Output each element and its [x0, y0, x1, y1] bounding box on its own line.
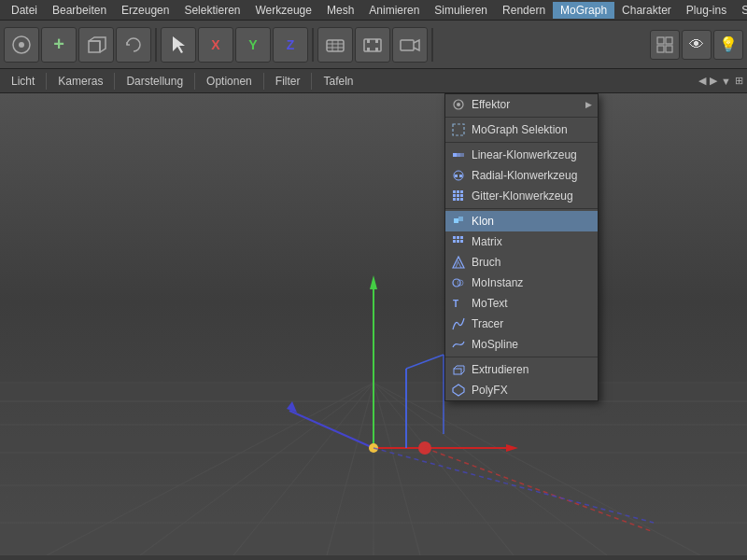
viewport[interactable]: Perspektive	[0, 93, 747, 555]
linear-klon-icon	[451, 147, 466, 162]
svg-rect-86	[457, 236, 459, 239]
dropdown-linear-klon[interactable]: Linear-Klonwerkzeug	[445, 145, 598, 165]
dropdown-mograph-selektion[interactable]: MoGraph Selektion	[445, 119, 598, 140]
dropdown-bruch[interactable]: Bruch	[445, 252, 598, 273]
move-tool-btn[interactable]	[4, 27, 39, 63]
eyes-btn[interactable]: 👁	[682, 30, 712, 60]
y-axis-btn[interactable]: Y	[235, 27, 271, 63]
dropdown-matrix[interactable]: Matrix	[445, 231, 598, 252]
klon-icon	[451, 214, 466, 229]
nav-down-icon[interactable]: ▼	[721, 76, 731, 87]
svg-rect-10	[364, 39, 381, 51]
menubar-charakter[interactable]: Charakter	[614, 2, 679, 19]
svg-rect-78	[457, 194, 459, 197]
film-btn[interactable]	[355, 27, 390, 63]
svg-rect-18	[657, 46, 664, 52]
toolbar2-right-controls: ◀ ▶ ▼ ⊞	[698, 75, 743, 87]
menubar-plugins[interactable]: Plug-ins	[679, 2, 734, 19]
mospline-icon	[451, 337, 466, 352]
menubar-skript[interactable]: Skript	[734, 2, 747, 19]
dropdown-sep-2	[445, 142, 598, 143]
rotate-btn[interactable]	[116, 27, 151, 63]
dropdown-motext[interactable]: T MoText	[445, 293, 598, 314]
svg-rect-73	[459, 175, 462, 177]
menubar-rendern[interactable]: Rendern	[495, 2, 553, 19]
light-btn[interactable]: 💡	[713, 30, 743, 60]
dropdown-sep-1	[445, 117, 598, 118]
menubar-selektieren[interactable]: Selektieren	[176, 2, 247, 19]
menubar-mesh[interactable]: Mesh	[319, 2, 361, 19]
menubar-erzeugen[interactable]: Erzeugen	[114, 2, 176, 19]
main-toolbar: + X Y Z 👁 💡	[0, 21, 747, 69]
svg-rect-68	[453, 153, 457, 157]
dropdown-mospline[interactable]: MoSpline	[445, 334, 598, 355]
dropdown-moinstanz[interactable]: MoInstanz	[445, 273, 598, 293]
menubar-bearbeiten[interactable]: Bearbeiten	[45, 2, 114, 19]
toolbar2-optionen[interactable]: Optionen	[199, 73, 260, 90]
menubar-datei[interactable]: Datei	[4, 2, 45, 19]
svg-point-1	[19, 42, 24, 48]
box-btn[interactable]	[317, 27, 353, 63]
scene-svg	[0, 93, 747, 555]
svg-point-66	[457, 103, 460, 106]
dropdown-tracer[interactable]: Tracer	[445, 314, 598, 334]
matrix-icon	[451, 234, 466, 249]
toolbar2-licht[interactable]: Licht	[4, 73, 42, 90]
select-btn[interactable]	[161, 27, 196, 63]
secondary-toolbar: Licht Kameras Darstellung Optionen Filte…	[0, 69, 747, 93]
cube-btn[interactable]	[78, 27, 114, 63]
grid-btn[interactable]	[650, 30, 680, 60]
toolbar2-filter[interactable]: Filter	[268, 73, 308, 90]
svg-rect-2	[89, 41, 100, 52]
svg-rect-77	[453, 194, 456, 197]
svg-rect-16	[657, 37, 664, 44]
svg-text:T: T	[453, 299, 458, 309]
svg-rect-83	[454, 218, 458, 223]
bruch-icon	[451, 255, 466, 270]
dropdown-radial-klon[interactable]: Radial-Klonwerkzeug	[445, 165, 598, 186]
menubar-simulieren[interactable]: Simulieren	[427, 2, 495, 19]
gitter-klon-icon	[451, 189, 466, 203]
menubar: Datei Bearbeiten Erzeugen Selektieren We…	[0, 0, 747, 21]
tracer-icon	[451, 316, 466, 331]
dropdown-polyfx[interactable]: PolyFX	[445, 380, 598, 400]
svg-rect-88	[453, 240, 456, 243]
toolbar2-sep-3	[263, 73, 264, 90]
svg-rect-84	[458, 217, 463, 221]
toolbar-sep-2	[312, 28, 314, 62]
svg-rect-90	[460, 240, 463, 243]
dropdown-sep-3	[445, 208, 598, 209]
nav-arrow-right-icon[interactable]: ▶	[710, 75, 717, 87]
x-axis-btn[interactable]: X	[198, 27, 233, 63]
menubar-animieren[interactable]: Animieren	[361, 2, 427, 19]
toolbar2-darstellung[interactable]: Darstellung	[119, 73, 190, 90]
svg-rect-80	[453, 198, 456, 201]
mograph-selektion-icon	[451, 122, 466, 137]
effektor-icon	[451, 97, 466, 112]
svg-rect-76	[460, 190, 463, 193]
dropdown-effektor[interactable]: Effektor	[445, 94, 598, 115]
camera-film-btn[interactable]	[392, 27, 428, 63]
add-btn[interactable]: +	[41, 27, 77, 63]
toolbar2-kameras[interactable]: Kameras	[50, 73, 110, 90]
svg-rect-11	[367, 39, 370, 43]
svg-rect-69	[457, 153, 460, 157]
nav-expand-icon[interactable]: ⊞	[735, 75, 743, 87]
dropdown-gitter-klon[interactable]: Gitter-Klonwerkzeug	[445, 186, 598, 206]
dropdown-extrudieren[interactable]: Extrudieren	[445, 359, 598, 380]
svg-rect-87	[460, 236, 463, 239]
toolbar2-tafeln[interactable]: Tafeln	[316, 73, 360, 90]
dropdown-klon[interactable]: Klon	[445, 211, 598, 231]
svg-rect-12	[367, 48, 370, 51]
motext-icon: T	[451, 296, 466, 311]
nav-arrow-left-icon[interactable]: ◀	[698, 75, 706, 87]
svg-line-93	[458, 262, 461, 268]
z-axis-btn[interactable]: Z	[273, 27, 308, 63]
svg-rect-14	[375, 48, 378, 51]
menubar-mograph[interactable]: MoGraph	[553, 2, 614, 19]
svg-rect-19	[666, 46, 672, 52]
svg-rect-70	[460, 153, 464, 157]
svg-rect-72	[455, 175, 458, 177]
moinstanz-icon	[451, 275, 466, 290]
menubar-werkzeuge[interactable]: Werkzeuge	[247, 2, 318, 19]
